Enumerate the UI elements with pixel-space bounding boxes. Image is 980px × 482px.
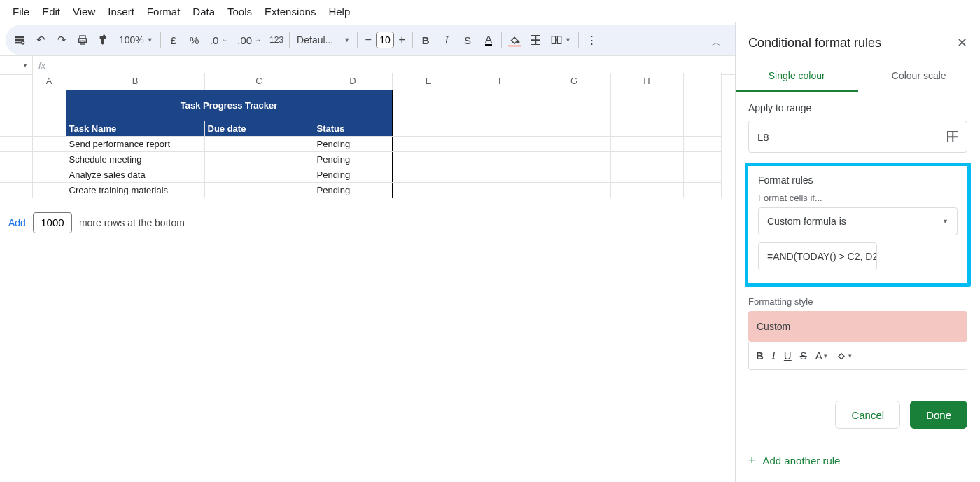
- select-range-icon[interactable]: [947, 131, 958, 142]
- menu-insert[interactable]: Insert: [102, 3, 140, 20]
- cell[interactable]: Pending: [314, 167, 392, 182]
- col-header[interactable]: G: [538, 73, 610, 90]
- style-underline-button[interactable]: U: [784, 350, 792, 362]
- cell[interactable]: Pending: [314, 182, 392, 198]
- formula-field[interactable]: =AND(TODAY() > C2, D2: [758, 242, 877, 270]
- spreadsheet-grid[interactable]: A B C D E F G H Task Progress Tracker Ta…: [0, 73, 728, 482]
- conditional-format-sidebar: Conditional format rules ✕ Single colour…: [735, 22, 980, 482]
- row-header[interactable]: [0, 136, 32, 151]
- range-value: L8: [757, 131, 769, 143]
- cell[interactable]: Analyze sales data: [66, 167, 204, 182]
- add-rows-count-input[interactable]: [33, 212, 72, 233]
- merge-button[interactable]: ▼: [547, 30, 575, 50]
- table-row: Send performance report Pending: [0, 136, 721, 151]
- col-header[interactable]: B: [66, 73, 204, 90]
- collapse-toolbar-icon[interactable]: ︿: [712, 36, 721, 49]
- menu-extensions[interactable]: Extensions: [259, 3, 321, 20]
- select-all-corner[interactable]: [0, 73, 32, 90]
- style-strike-button[interactable]: S: [800, 350, 807, 362]
- sidebar-tabs: Single colour Colour scale: [736, 62, 980, 92]
- style-text-color-button[interactable]: A▾: [816, 350, 827, 362]
- row-header[interactable]: [0, 90, 32, 120]
- close-icon[interactable]: ✕: [957, 35, 967, 50]
- chevron-down-icon: ▾: [824, 352, 827, 359]
- font-family-select[interactable]: Defaul...▼: [293, 30, 354, 50]
- style-bold-button[interactable]: B: [756, 350, 764, 362]
- table-row: Analyze sales data Pending: [0, 167, 721, 182]
- formatting-style-label: Formatting style: [748, 296, 967, 307]
- header-task[interactable]: Task Name: [66, 120, 204, 136]
- row-header[interactable]: [0, 120, 32, 136]
- cell[interactable]: [204, 151, 314, 167]
- fill-color-button[interactable]: [505, 30, 524, 50]
- more-button[interactable]: ⋮: [582, 30, 601, 50]
- font-size-increase[interactable]: +: [394, 34, 410, 46]
- strike-button[interactable]: S: [458, 30, 477, 50]
- zoom-select[interactable]: 100%▼: [115, 30, 158, 50]
- col-header[interactable]: [683, 73, 721, 90]
- add-rows-button[interactable]: Add: [8, 217, 26, 228]
- menu-view[interactable]: View: [67, 3, 101, 20]
- svg-rect-9: [557, 36, 561, 44]
- cell[interactable]: Schedule meeting: [66, 151, 204, 167]
- cell[interactable]: Pending: [314, 151, 392, 167]
- menu-help[interactable]: Help: [323, 3, 356, 20]
- range-input[interactable]: L8: [748, 120, 967, 153]
- currency-button[interactable]: £: [164, 30, 183, 50]
- done-button[interactable]: Done: [910, 401, 967, 429]
- cell[interactable]: [204, 182, 314, 198]
- cell[interactable]: Send performance report: [66, 136, 204, 151]
- condition-select[interactable]: Custom formula is ▼: [758, 207, 958, 235]
- row-header[interactable]: [0, 151, 32, 167]
- tab-single-colour[interactable]: Single colour: [736, 62, 858, 92]
- menu-data[interactable]: Data: [187, 3, 220, 20]
- style-fill-color-button[interactable]: ▾: [836, 351, 852, 361]
- undo-icon[interactable]: ↶: [31, 30, 50, 50]
- col-header[interactable]: E: [392, 73, 465, 90]
- paint-format-icon[interactable]: [94, 30, 113, 50]
- separator: [160, 32, 161, 48]
- dec-decimal-button[interactable]: .0←: [206, 30, 232, 50]
- style-italic-button[interactable]: I: [772, 350, 776, 362]
- sheet-title[interactable]: Task Progress Tracker: [66, 90, 392, 120]
- borders-button[interactable]: [526, 30, 545, 50]
- col-header[interactable]: A: [32, 73, 66, 90]
- menu-edit[interactable]: Edit: [36, 3, 66, 20]
- menu-format[interactable]: Format: [141, 3, 186, 20]
- cell[interactable]: Create training materials: [66, 182, 204, 198]
- row-header[interactable]: [0, 167, 32, 182]
- cell[interactable]: Pending: [314, 136, 392, 151]
- bold-button[interactable]: B: [416, 30, 435, 50]
- header-due[interactable]: Due date: [204, 120, 314, 136]
- chevron-down-icon: ▾: [848, 352, 852, 359]
- font-size-decrease[interactable]: −: [360, 34, 376, 46]
- col-header[interactable]: D: [314, 73, 392, 90]
- cell[interactable]: [204, 136, 314, 151]
- percent-button[interactable]: %: [185, 30, 204, 50]
- search-menu-icon[interactable]: [10, 30, 29, 50]
- name-box[interactable]: ▼: [0, 62, 32, 69]
- table-row: Schedule meeting Pending: [0, 151, 721, 167]
- print-icon[interactable]: [73, 30, 92, 50]
- format-rules-label: Format rules: [758, 174, 958, 186]
- number-format-button[interactable]: 123: [267, 30, 286, 50]
- font-size-input[interactable]: [376, 32, 394, 48]
- text-color-button[interactable]: A: [479, 30, 498, 50]
- header-status[interactable]: Status: [314, 120, 392, 136]
- cell[interactable]: [204, 167, 314, 182]
- add-another-rule-button[interactable]: + Add another rule: [736, 439, 980, 482]
- inc-decimal-button[interactable]: .00→: [233, 30, 265, 50]
- redo-icon[interactable]: ↷: [52, 30, 71, 50]
- table-row: Task Name Due date Status: [0, 120, 721, 136]
- col-header[interactable]: F: [465, 73, 538, 90]
- sidebar-title: Conditional format rules: [748, 36, 881, 50]
- tab-colour-scale[interactable]: Colour scale: [858, 62, 981, 92]
- menu-tools[interactable]: Tools: [222, 3, 258, 20]
- col-header[interactable]: H: [610, 73, 683, 90]
- italic-button[interactable]: I: [437, 30, 456, 50]
- row-header[interactable]: [0, 182, 32, 198]
- cancel-button[interactable]: Cancel: [835, 401, 900, 429]
- menu-file[interactable]: File: [7, 3, 35, 20]
- col-header[interactable]: C: [204, 73, 314, 90]
- style-preview[interactable]: Custom: [748, 311, 967, 342]
